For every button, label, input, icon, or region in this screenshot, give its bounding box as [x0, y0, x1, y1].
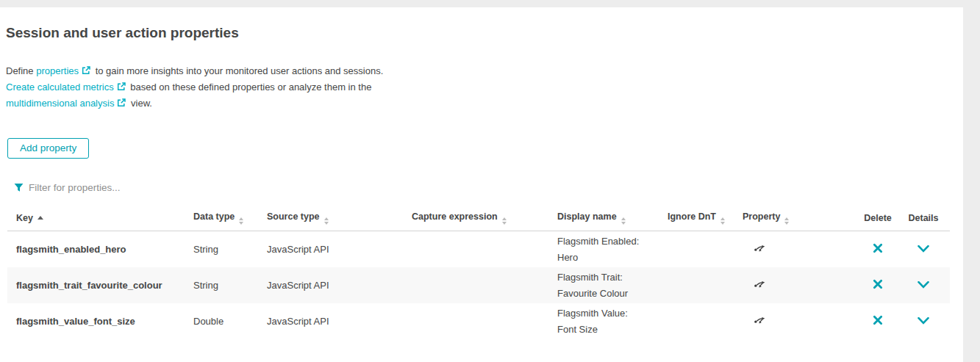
property-display-name: Flagsmith Value:Font Size — [548, 303, 659, 339]
column-label: Details — [909, 213, 939, 223]
session-property-icon — [754, 314, 766, 327]
filter-bar — [14, 182, 963, 193]
column-header-property[interactable]: Property — [734, 211, 859, 231]
property-capture-expression — [403, 303, 548, 339]
intro-text-segment: Define — [6, 65, 36, 76]
column-header-capture-expression[interactable]: Capture expression — [403, 211, 548, 231]
external-link-icon — [117, 80, 126, 95]
property-type-cell — [734, 231, 859, 268]
chevron-down-icon[interactable] — [918, 317, 929, 325]
property-display-name: Flagsmith Enabled:Hero — [548, 231, 659, 268]
create-calculated-metrics-link[interactable]: Create calculated metrics — [6, 82, 114, 93]
property-data-type: String — [185, 267, 258, 303]
chevron-down-icon[interactable] — [918, 245, 929, 253]
properties-link[interactable]: properties — [36, 65, 79, 76]
details-cell — [897, 267, 950, 303]
chevron-down-icon[interactable] — [918, 281, 929, 289]
column-header-delete: Delete — [859, 211, 897, 231]
display-name-line: Hero — [557, 250, 659, 266]
intro-text-segment: based on these defined properties or ana… — [128, 82, 372, 93]
properties-table: Key Data type Source type Capture expres… — [7, 211, 950, 339]
display-name-line: Flagsmith Enabled: — [557, 234, 659, 250]
intro-text: Define properties to gain more insights … — [6, 63, 963, 112]
delete-x-icon[interactable] — [873, 243, 883, 253]
property-data-type: String — [185, 231, 258, 268]
property-key: flagsmith_value_font_size — [7, 303, 185, 339]
property-key: flagsmith_trait_favourite_colour — [7, 267, 185, 303]
property-ignore-dnt — [659, 303, 734, 339]
display-name-line: Favourite Colour — [557, 286, 659, 302]
intro-text-segment: to gain more insights into your monitore… — [93, 65, 383, 76]
column-label: Display name — [557, 211, 617, 222]
multidimensional-analysis-link[interactable]: multidimensional analysis — [6, 98, 114, 109]
table-header-row: Key Data type Source type Capture expres… — [7, 211, 950, 231]
column-label: Property — [743, 211, 780, 222]
delete-cell — [859, 303, 897, 339]
filter-funnel-icon — [14, 183, 24, 192]
column-label: Delete — [864, 213, 892, 223]
table-row: flagsmith_trait_favourite_colour String … — [7, 267, 950, 303]
property-type-cell — [734, 303, 859, 339]
sort-icon — [621, 217, 626, 225]
table-row: flagsmith_enabled_hero String JavaScript… — [7, 231, 950, 268]
column-label: Ignore DnT — [668, 211, 716, 222]
column-header-data-type[interactable]: Data type — [185, 211, 258, 231]
filter-properties-input[interactable] — [29, 182, 337, 193]
delete-cell — [859, 231, 897, 268]
details-cell — [897, 303, 950, 339]
intro-line-2: Create calculated metrics based on these… — [6, 79, 963, 95]
intro-line-1: Define properties to gain more insights … — [6, 63, 963, 79]
property-source-type: JavaScript API — [258, 303, 403, 339]
property-display-name: Flagsmith Trait:Favourite Colour — [548, 267, 659, 303]
column-label: Source type — [267, 211, 320, 222]
external-link-icon — [117, 96, 126, 112]
property-source-type: JavaScript API — [258, 231, 403, 268]
column-header-source-type[interactable]: Source type — [258, 211, 403, 231]
sort-icon — [239, 217, 243, 225]
display-name-line: Font Size — [557, 322, 659, 338]
external-link-icon — [82, 64, 90, 79]
column-header-key[interactable]: Key — [7, 211, 185, 231]
delete-x-icon[interactable] — [873, 279, 883, 289]
intro-line-3: multidimensional analysis view. — [6, 95, 963, 112]
property-key: flagsmith_enabled_hero — [7, 231, 185, 268]
column-label: Capture expression — [412, 211, 498, 222]
column-header-details: Details — [897, 211, 950, 231]
column-header-ignore-dnt[interactable]: Ignore DnT — [659, 211, 734, 231]
property-capture-expression — [403, 231, 548, 268]
sort-ascending-icon — [37, 216, 43, 220]
add-property-button[interactable]: Add property — [7, 138, 89, 159]
sort-icon — [784, 217, 789, 225]
intro-text-segment: view. — [128, 98, 152, 109]
column-label: Key — [16, 213, 33, 223]
column-label: Data type — [193, 211, 235, 222]
delete-cell — [859, 267, 897, 303]
property-ignore-dnt — [659, 267, 734, 303]
details-cell — [897, 231, 950, 268]
sort-icon — [324, 217, 329, 225]
column-header-display-name[interactable]: Display name — [548, 211, 659, 231]
sort-icon — [720, 217, 725, 225]
property-type-cell — [734, 267, 859, 303]
content-card: Session and user action properties Defin… — [0, 7, 963, 362]
sort-icon — [502, 217, 507, 225]
page-title: Session and user action properties — [6, 25, 963, 41]
delete-x-icon[interactable] — [873, 315, 883, 325]
session-property-icon — [754, 278, 766, 291]
property-source-type: JavaScript API — [258, 267, 403, 303]
session-property-icon — [754, 242, 766, 255]
display-name-line: Flagsmith Trait: — [557, 269, 659, 286]
property-data-type: Double — [185, 303, 258, 339]
table-row: flagsmith_value_font_size Double JavaScr… — [7, 303, 950, 339]
property-ignore-dnt — [659, 231, 734, 268]
property-capture-expression — [403, 267, 548, 303]
display-name-line: Flagsmith Value: — [557, 305, 659, 322]
